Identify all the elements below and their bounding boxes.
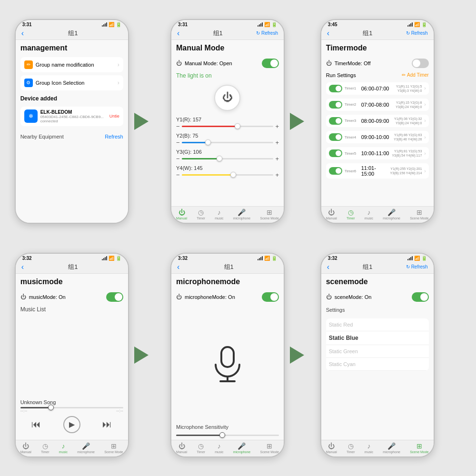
- footer-m-scene[interactable]: ⊞ Scene Mode: [104, 442, 123, 454]
- footer-m-music[interactable]: ♪ music: [59, 442, 68, 454]
- y1-plus[interactable]: +: [275, 123, 279, 130]
- footer-m-manual[interactable]: ⏻ Manual: [20, 442, 31, 454]
- timer-row-3[interactable]: Timer3 08:00-09:00 Y1(R):36 Y2(G):32Y3(B…: [326, 115, 429, 127]
- back-button-5[interactable]: ‹: [177, 263, 179, 271]
- arrow-triangle-4: [290, 347, 304, 364]
- mic-toggle[interactable]: [262, 292, 279, 302]
- group-name-row[interactable]: ✏ Group name modification ›: [20, 57, 123, 72]
- group-icon-row[interactable]: ⚙ Group Icon Selection ›: [20, 75, 123, 90]
- y3-thumb: [217, 156, 222, 161]
- nav-refresh-2[interactable]: ↻ Refresh: [256, 30, 278, 36]
- footer-t-scene[interactable]: ⊞ Scene Mode: [410, 208, 428, 220]
- nav-refresh-3[interactable]: ↻ Refresh: [406, 30, 428, 36]
- sensitivity-track[interactable]: [176, 435, 279, 436]
- timer-row-1[interactable]: Timer1 06:00-07:00 Y1(R):11 Y2(G):5Y3(B)…: [326, 82, 429, 95]
- footer-m-manual-icon: ⏻: [22, 442, 29, 450]
- phone-manual: 3:31 📶 🔋 ‹ 组1 ↻ Refresh Manual Mode: [170, 19, 285, 224]
- timer2-toggle[interactable]: [329, 101, 342, 109]
- footer-s-mic[interactable]: 🎤 microphone: [383, 442, 400, 454]
- footer-timer-icon: ◷: [198, 208, 204, 216]
- footer-scene-btn[interactable]: ⊞ Scene Mode: [260, 208, 279, 220]
- timer4-toggle[interactable]: [329, 133, 342, 141]
- timer6-toggle[interactable]: [329, 167, 342, 175]
- footer-m-timer[interactable]: ◷ Timer: [41, 442, 50, 454]
- footer-mc-scene[interactable]: ⊞ Scene Mode: [260, 442, 279, 454]
- footer-mic-icon: 🎤: [238, 208, 246, 216]
- time-row: --:-- --:--: [20, 408, 123, 413]
- footer-mc-timer[interactable]: ◷ Timer: [197, 442, 205, 454]
- back-button-4[interactable]: ‹: [21, 263, 24, 271]
- battery-icon-1: 🔋: [116, 22, 121, 27]
- signal-icon-6: [407, 256, 413, 260]
- content-scene: scenemode ⏻ sceneMode: On Settings Stati…: [321, 274, 434, 440]
- back-button-2[interactable]: ‹: [177, 29, 179, 38]
- management-title: management: [20, 44, 123, 52]
- footer-music-btn[interactable]: ♪ music: [215, 208, 223, 220]
- back-button-3[interactable]: ‹: [327, 29, 329, 38]
- music-toggle[interactable]: [106, 292, 123, 302]
- scene-item-4[interactable]: Static Cyan: [326, 358, 429, 371]
- footer-mc-manual[interactable]: ⏻ Manual: [176, 442, 187, 454]
- footer-s-manual[interactable]: ⏻ Manual: [326, 442, 337, 454]
- y4-minus[interactable]: −: [176, 171, 180, 178]
- nearby-refresh[interactable]: Refresh: [105, 134, 123, 139]
- scene-item-1[interactable]: Static Red: [326, 318, 429, 331]
- back-button-1[interactable]: ‹: [21, 29, 24, 38]
- y3-fill: [182, 158, 219, 159]
- y4-plus[interactable]: +: [275, 171, 279, 178]
- untie-button[interactable]: Untie: [109, 114, 119, 119]
- timer-row-2[interactable]: Timer2 07:00-08:00 Y1(R):15 Y2(G):8Y3(B)…: [326, 99, 429, 111]
- timer-row-6[interactable]: Timer6 11:01-15:00 Y1(R):255 Y2(G):201Y3…: [326, 163, 429, 178]
- footer-mic-btn[interactable]: 🎤 microphone: [233, 208, 251, 220]
- footer-t-timer[interactable]: ◷ Timer: [347, 208, 355, 220]
- y3-track[interactable]: [182, 158, 274, 159]
- timer-row-5[interactable]: Timer5 10:00-11:00 Y1(R):81 Y2(G):53Y3(B…: [326, 147, 429, 159]
- footer-s-scene[interactable]: ⊞ Scene Mode: [410, 442, 428, 454]
- timer1-toggle[interactable]: [329, 85, 342, 92]
- prev-button[interactable]: ⏮: [31, 419, 41, 430]
- scene-toggle[interactable]: [412, 292, 429, 302]
- footer-mc-manual-icon: ⏻: [178, 442, 185, 450]
- y2-minus[interactable]: −: [176, 139, 180, 146]
- play-button[interactable]: ▶: [63, 416, 80, 433]
- y2-plus[interactable]: +: [275, 139, 279, 146]
- footer-t-music[interactable]: ♪ music: [365, 208, 373, 220]
- content-management: management ✏ Group name modification › ⚙…: [16, 40, 128, 223]
- time-2: 3:31: [178, 22, 188, 27]
- next-button[interactable]: ⏭: [102, 419, 112, 430]
- back-button-6[interactable]: ‹: [327, 263, 329, 271]
- nav-refresh-6[interactable]: ↻ Refresh: [406, 264, 428, 269]
- y1-track[interactable]: [182, 126, 274, 127]
- power-circle[interactable]: ⏻: [214, 85, 240, 111]
- y1-minus[interactable]: −: [176, 123, 180, 130]
- footer-m-mic[interactable]: 🎤 microphone: [77, 442, 95, 454]
- y4-track[interactable]: [182, 174, 274, 176]
- add-timer-btn[interactable]: ✏ Add Timer: [402, 72, 429, 78]
- footer-mc-mic[interactable]: 🎤 microphone: [233, 442, 251, 454]
- device-added-title: Device added: [20, 95, 123, 102]
- timer4-time: 09:00-10:00: [361, 134, 392, 140]
- y3-plus[interactable]: +: [275, 155, 279, 162]
- manual-toggle[interactable]: [262, 59, 279, 68]
- timer-row-4[interactable]: Timer4 09:00-10:00 Y1(R):86 Y2(G):63Y3(B…: [326, 131, 429, 143]
- refresh-icon-2: ↻: [256, 30, 260, 36]
- timer3-toggle[interactable]: [329, 117, 342, 125]
- y3-minus[interactable]: −: [176, 155, 180, 162]
- status-icons-5: 📶 🔋: [258, 256, 277, 261]
- scene-item-3[interactable]: Static Green: [326, 345, 429, 358]
- timer5-toggle[interactable]: [329, 149, 342, 157]
- footer-s-timer[interactable]: ◷ Timer: [347, 442, 355, 454]
- manual-mode-label: Manual Mode: Open: [185, 60, 259, 66]
- scene-item-2[interactable]: Static Blue: [326, 331, 429, 345]
- footer-t-mic[interactable]: 🎤 microphone: [383, 208, 400, 220]
- footer-t-manual[interactable]: ⏻ Manual: [326, 208, 337, 220]
- footer-mc-music[interactable]: ♪ music: [215, 442, 223, 454]
- phone-timer: 3:45 📶 🔋 ‹ 组1 ↻ Refresh Timermode: [320, 19, 435, 224]
- y2-track[interactable]: [182, 142, 274, 143]
- footer-manual-btn[interactable]: ⏻ Manual: [176, 208, 187, 220]
- timer-toggle[interactable]: [412, 59, 429, 68]
- footer-s-music[interactable]: ♪ music: [365, 442, 373, 454]
- footer-timer-btn[interactable]: ◷ Timer: [197, 208, 205, 220]
- y4-label: Y4(W): 145: [176, 165, 279, 171]
- song-track[interactable]: [20, 407, 123, 408]
